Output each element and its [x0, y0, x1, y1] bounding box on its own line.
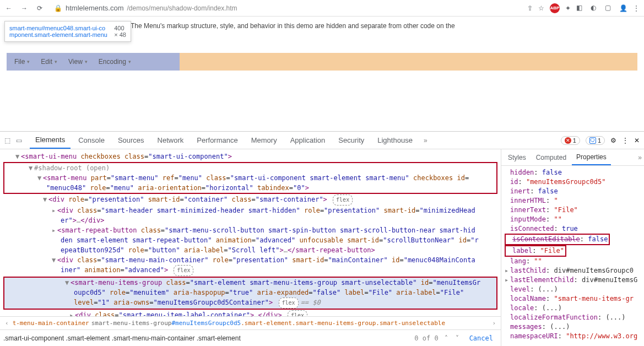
sidebar-tabs: Styles Computed Properties »	[501, 149, 644, 166]
reload-icon[interactable]: ⟳	[35, 4, 44, 13]
menu-item-view[interactable]: View▾	[64, 56, 92, 68]
property-row[interactable]: isContentEditable: false	[505, 234, 641, 245]
devtools-panel: ⬚ ▭ Elements Console Sources Network Per…	[0, 131, 644, 346]
chevron-down-icon: ▾	[85, 59, 88, 64]
property-row[interactable]: ▸lastChild: div#menuItemsGroupc0	[505, 266, 641, 275]
property-row[interactable]: label: "File"	[505, 245, 641, 257]
tab-sources[interactable]: Sources	[112, 132, 150, 148]
tree-line-selected[interactable]: level="1" aria-owns="menuItemsGroupc0d5C…	[4, 298, 496, 309]
tree-line[interactable]: ▸<div class="smart-menu-item-label-conta…	[0, 310, 501, 316]
elements-panel[interactable]: ▼<smart-ui-menu checkboxes class="smart-…	[0, 149, 501, 346]
inspect-icon[interactable]: ⬚	[4, 137, 10, 144]
property-row[interactable]: isConnected: true	[505, 224, 641, 234]
find-next-icon[interactable]: ˅	[454, 333, 461, 343]
property-row[interactable]: innerHTML: "	[505, 196, 641, 206]
dom-breadcrumb[interactable]: ‹ t-menu-main-container smart-menu-items…	[0, 316, 501, 329]
device-icon[interactable]: ▭	[16, 137, 22, 144]
ext-icon-2[interactable]: ◐	[591, 4, 599, 13]
elements-sidebar: Styles Computed Properties » hidden: fal…	[501, 149, 644, 346]
tree-line[interactable]: epeatButton925d" role="button" aria-labe…	[0, 245, 501, 255]
more-tabs-icon[interactable]: »	[420, 137, 431, 144]
sidebar-tab-properties[interactable]: Properties	[572, 150, 611, 165]
error-badge[interactable]: ✕1	[561, 136, 580, 145]
property-row[interactable]: hidden: false	[505, 168, 641, 177]
close-icon[interactable]: ✕	[634, 137, 640, 144]
property-row[interactable]: inert: false	[505, 187, 641, 196]
sidebar-tab-styles[interactable]: Styles	[504, 150, 531, 165]
tab-performance[interactable]: Performance	[191, 132, 243, 148]
property-row[interactable]: ▸lastElementChild: div#menuItemsG	[505, 275, 641, 285]
tab-console[interactable]: Console	[73, 132, 110, 148]
tree-line[interactable]: ▼<smart-ui-menu checkboxes class="smart-…	[0, 152, 501, 161]
property-row[interactable]: innerText: "File"	[505, 206, 641, 215]
property-row[interactable]: namespaceURI: "http://www.w3.org	[505, 332, 641, 341]
menu-item-edit[interactable]: Edit▾	[36, 56, 62, 68]
find-input[interactable]	[3, 334, 410, 342]
tree-line-selected[interactable]: oupc0d5" role="menuitem" aria-haspopup="…	[4, 288, 496, 298]
property-row[interactable]: localizeFormatFunction: (...)	[505, 313, 641, 322]
annotation-box-1: ▼#shadow-root (open) ▼<smart-menu part="…	[3, 162, 497, 194]
property-row[interactable]: inputMode: ""	[505, 215, 641, 224]
adblock-icon[interactable]: ABP	[550, 3, 560, 13]
dom-tree[interactable]: ▼<smart-ui-menu checkboxes class="smart-…	[0, 149, 501, 316]
tab-memory[interactable]: Memory	[246, 132, 283, 148]
more-tabs-icon[interactable]: »	[638, 154, 642, 161]
element-tooltip: smart-menu#menuc048.smart-ui-component.s…	[4, 21, 131, 42]
forward-icon[interactable]: →	[20, 4, 29, 13]
property-row[interactable]: id: "menuItemsGroupc0d5"	[505, 177, 641, 187]
url-host: htmlelements.com	[66, 4, 123, 12]
back-icon[interactable]: ←	[4, 4, 13, 13]
tree-line-selected[interactable]: ▼<smart-menu-items-group class="smart-el…	[4, 278, 496, 288]
breadcrumb-seg[interactable]: t-menu-main-container	[13, 318, 89, 328]
annotation-box-2: ▼<smart-menu-items-group class="smart-el…	[3, 277, 497, 310]
menu-item-file[interactable]: File▾	[10, 56, 34, 68]
tab-lighthouse[interactable]: Lighthouse	[372, 132, 418, 148]
tree-line[interactable]: den smart-element smart-repeat-button" a…	[0, 235, 501, 245]
chevron-down-icon: ▾	[128, 59, 131, 64]
tree-line[interactable]: ▸<div class="smart-header smart-minimize…	[0, 206, 501, 215]
property-row[interactable]: messages: (...)	[505, 322, 641, 332]
gear-icon[interactable]: ⚙	[610, 137, 616, 144]
tab-elements[interactable]: Elements	[30, 132, 71, 149]
share-icon[interactable]: ⇪	[527, 4, 533, 12]
star-icon[interactable]: ☆	[538, 4, 544, 12]
find-prev-icon[interactable]: ˄	[443, 333, 450, 343]
properties-list[interactable]: hidden: falseid: "menuItemsGroupc0d5"ine…	[501, 166, 644, 346]
tab-application[interactable]: Application	[285, 132, 331, 148]
tab-security[interactable]: Security	[333, 132, 370, 148]
tree-line[interactable]: ▼<smart-menu part="smart-menu" ref="menu…	[4, 173, 496, 183]
ext-icon-1[interactable]: ◧	[576, 4, 585, 13]
breadcrumb-seg[interactable]: smart-menu-items-group#menuItemsGroupc0d…	[91, 318, 445, 328]
property-row[interactable]: level: (...)	[505, 285, 641, 294]
lock-icon: 🔒	[54, 4, 62, 12]
property-row[interactable]: lang: ""	[505, 257, 641, 266]
tree-line[interactable]: iner" animation="advanced"> flex	[0, 265, 501, 276]
address-bar[interactable]: 🔒 htmlelements.com/demos/menu/shadow-dom…	[48, 4, 523, 12]
property-row[interactable]: localName: "smart-menu-items-gr	[505, 294, 641, 304]
ext-icon-3[interactable]: ▢	[605, 4, 614, 13]
tree-line[interactable]: ▼<div role="presentation" smart-id="cont…	[0, 194, 501, 206]
tree-line[interactable]: ▼#shadow-root (open)	[4, 163, 496, 173]
breadcrumb-prev-icon[interactable]: ‹	[3, 318, 10, 328]
tab-network[interactable]: Network	[152, 132, 190, 148]
avatar-icon[interactable]: 👤	[619, 4, 627, 12]
tree-line[interactable]: er">…</div>	[0, 215, 501, 225]
tooltip-dimensions: 400 × 48	[114, 25, 126, 38]
sidebar-tab-computed[interactable]: Computed	[532, 150, 571, 165]
find-bar: 0 of 0 ˄ ˅ Cancel	[0, 329, 501, 346]
kebab-icon[interactable]: ⋮	[622, 137, 629, 144]
kebab-icon[interactable]: ⋮	[633, 4, 640, 12]
message-badge[interactable]: 🗨1	[586, 136, 605, 145]
tree-line[interactable]: ▼<div class="smart-menu-main-container" …	[0, 255, 501, 265]
find-count: 0 of 0	[414, 333, 438, 343]
find-cancel-button[interactable]: Cancel	[465, 333, 497, 343]
puzzle-icon[interactable]: ✦	[565, 4, 571, 12]
tree-line[interactable]: "menuc048" role="menu" aria-orientation=…	[4, 183, 496, 193]
browser-toolbar: ← → ⟳ 🔒 htmlelements.com/demos/menu/shad…	[0, 0, 644, 17]
breadcrumb-next-icon[interactable]: ›	[490, 318, 497, 328]
chevron-down-icon: ▾	[27, 59, 30, 64]
property-row[interactable]: locale: (...)	[505, 304, 641, 313]
menu-item-encoding[interactable]: Encoding▾	[94, 56, 136, 68]
tooltip-selector: smart-menu#menuc048.smart-ui-component.s…	[9, 25, 107, 38]
tree-line[interactable]: ▸<smart-repeat-button class="smart-menu-…	[0, 225, 501, 235]
